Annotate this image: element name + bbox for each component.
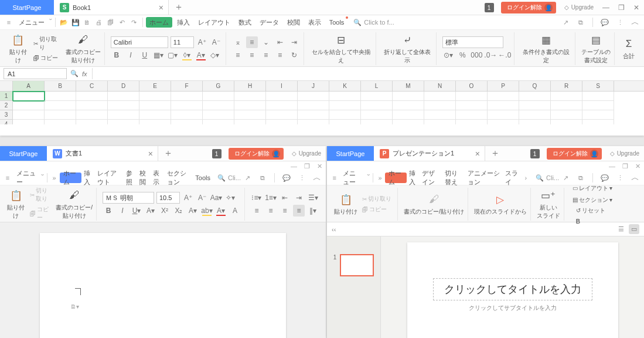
hamburger-icon[interactable]: ≡ — [4, 17, 14, 28]
dec-dec-icon[interactable]: ←.0 — [499, 49, 510, 61]
minimize-icon[interactable]: — — [291, 163, 297, 170]
grow-font-icon[interactable]: A⁺ — [182, 192, 194, 204]
column-header[interactable]: R — [551, 81, 582, 91]
slide-canvas[interactable]: クリックしてタイトルを入力 クリックしてサブタイトルを入力 — [381, 236, 644, 338]
align-justify-icon[interactable]: ≡ — [274, 49, 286, 61]
cell[interactable] — [203, 101, 234, 110]
menu-button[interactable]: メニュー — [15, 16, 48, 29]
bold-icon[interactable]: B — [103, 205, 114, 217]
share-icon[interactable]: ↗ — [242, 173, 253, 183]
merge-button[interactable]: ⊟ セルを結合して中央揃え — [310, 33, 372, 65]
cell[interactable] — [519, 92, 551, 101]
restore-icon[interactable]: ❐ — [614, 4, 629, 12]
slide[interactable]: クリックしてタイトルを入力 クリックしてサブタイトルを入力 — [407, 242, 618, 338]
tab-home[interactable]: ホーム — [385, 173, 407, 183]
tab-home[interactable]: ホーム — [146, 17, 172, 28]
tab-startpage[interactable]: StartPage — [0, 146, 47, 161]
kebab-icon[interactable]: ⋮ — [615, 17, 625, 28]
column-header[interactable]: E — [139, 81, 171, 91]
copy-button[interactable]: 🗐 コピー — [28, 205, 54, 222]
cell[interactable] — [329, 92, 361, 101]
cut-button[interactable]: ✂ 切り取り — [28, 186, 54, 204]
hamburger-icon[interactable]: ≡ — [330, 173, 338, 183]
cell[interactable] — [298, 110, 329, 120]
cell[interactable] — [234, 92, 266, 101]
layout-button[interactable]: ▭ レイアウト▾ — [570, 184, 615, 193]
cell[interactable] — [76, 110, 108, 120]
collapse-icon[interactable]: ⧉ — [575, 173, 586, 183]
spreadsheet-grid[interactable]: ABCDEFGHIJKLMNOPQRS1234 — [0, 81, 644, 124]
italic-icon[interactable]: I — [117, 205, 128, 217]
thumbnail-view-icon[interactable]: ▭ — [629, 224, 639, 234]
cut-button[interactable]: ✂ 切り取り — [31, 35, 63, 52]
cell[interactable] — [551, 110, 582, 120]
tab-book1[interactable]: S Book1 × — [54, 0, 169, 15]
collapse-icon[interactable]: ⧉ — [257, 173, 268, 183]
tab-document[interactable]: W 文書1 × — [47, 146, 158, 161]
cell[interactable] — [139, 120, 171, 124]
column-header[interactable]: K — [329, 81, 361, 91]
fill-color-icon[interactable]: ◊▾ — [181, 49, 193, 61]
cell[interactable] — [519, 101, 551, 110]
cell[interactable] — [393, 92, 424, 101]
border-icon[interactable]: ▦▾ — [153, 49, 165, 61]
tab-home[interactable]: ホーム — [60, 173, 82, 183]
tab-ref[interactable]: 参照 — [125, 167, 137, 188]
cell[interactable] — [234, 110, 266, 120]
numbering-icon[interactable]: 1≡▾ — [265, 192, 277, 204]
column-header[interactable]: G — [203, 81, 234, 91]
paste-button[interactable]: 📋 貼り付け — [334, 192, 357, 216]
cell[interactable] — [424, 92, 456, 101]
cell[interactable] — [488, 120, 519, 124]
cell[interactable] — [298, 101, 329, 110]
tab-insert[interactable]: 挿入 — [173, 16, 193, 29]
column-header[interactable]: P — [488, 81, 519, 91]
share-icon[interactable]: ↗ — [560, 173, 571, 183]
close-window-icon[interactable]: ✕ — [629, 4, 644, 12]
notification-badge[interactable]: 1 — [530, 149, 540, 158]
tab-layout[interactable]: レイアウト — [96, 167, 124, 188]
paste-button[interactable]: 📋 貼り付け — [7, 188, 25, 220]
cell[interactable] — [234, 101, 266, 110]
cell[interactable] — [582, 101, 614, 110]
size-select[interactable]: 10.5 — [156, 192, 180, 204]
cell[interactable] — [45, 101, 76, 110]
cell[interactable] — [298, 92, 329, 101]
cell[interactable] — [266, 110, 298, 120]
tab-insert[interactable]: 挿入 — [83, 167, 95, 188]
zoom-icon[interactable]: 🔍 — [69, 70, 80, 77]
login-button[interactable]: ログイン解除 👤 — [547, 148, 602, 160]
sub-icon[interactable]: X₂ — [173, 205, 185, 217]
size-select[interactable]: 11 — [171, 36, 194, 48]
font-color-icon[interactable]: A▾ — [215, 205, 227, 217]
cell[interactable] — [45, 110, 76, 120]
row-header[interactable]: 2 — [0, 101, 13, 110]
cell[interactable] — [139, 92, 171, 101]
cell[interactable] — [488, 101, 519, 110]
align-center-icon[interactable]: ≡ — [265, 205, 277, 217]
collapse-ribbon-icon[interactable]: ︿ — [312, 173, 322, 183]
column-header[interactable]: C — [76, 81, 108, 91]
print-icon[interactable]: 🖨 — [94, 17, 104, 28]
tab-view[interactable]: 表示 — [152, 167, 164, 188]
shrink-font-icon[interactable]: A⁻ — [196, 192, 208, 204]
new-tab-button[interactable]: ＋ — [485, 146, 505, 161]
cell[interactable] — [13, 92, 45, 101]
cell[interactable] — [13, 120, 45, 124]
cell[interactable] — [108, 101, 139, 110]
valign-mid-icon[interactable]: ≡ — [246, 36, 258, 48]
document-page[interactable]: 🗎▾ — [40, 233, 286, 338]
cell[interactable] — [361, 92, 393, 101]
collapse-ribbon-icon[interactable]: ︿ — [630, 173, 640, 183]
tab-formula[interactable]: 数式 — [235, 16, 255, 29]
upgrade-button[interactable]: ◇ Upgrade — [287, 146, 326, 161]
valign-top-icon[interactable]: ⌅ — [232, 36, 244, 48]
format-painter-button[interactable]: 🖌 書式のコピー/ 貼り付け — [56, 188, 93, 220]
overflow-icon[interactable]: » — [50, 173, 59, 183]
cell[interactable] — [171, 120, 203, 124]
format-painter-button[interactable]: 🖌 書式のコピー 貼り付け — [66, 33, 101, 65]
from-slide-button[interactable]: ▷ 現在のスライドから — [474, 192, 527, 216]
cond-format-button[interactable]: ▦ 条件付き書式の設定 — [520, 33, 571, 65]
section-button[interactable]: ▤ セクション▾ — [570, 195, 615, 205]
cell[interactable] — [519, 110, 551, 120]
